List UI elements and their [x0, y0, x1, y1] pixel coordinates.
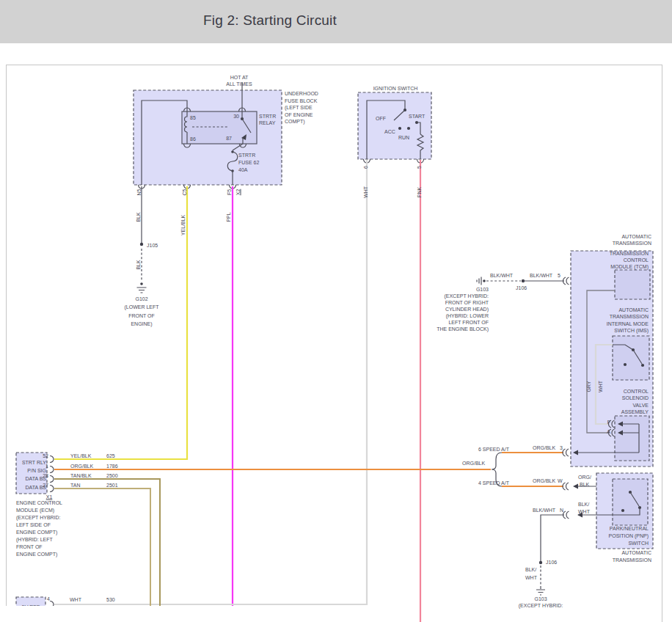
conn-n5: N5 [136, 189, 142, 196]
ecm-wire-name: TAN/BLK [70, 473, 92, 478]
blk-wht-lower-label: BLK/ [525, 567, 536, 572]
ecm-wire-name: TAN [70, 483, 80, 488]
ecm-circuit-number: 2501 [106, 483, 118, 488]
solenoid-pin-f: F [607, 420, 610, 425]
ecm-description: (EXCEPT HYBRID: [16, 515, 61, 520]
ecm-description: ENGINE COMPT) [16, 530, 57, 535]
inline-connector-icon [563, 449, 569, 490]
wht-wire [54, 160, 367, 604]
solenoid-pin-a: A [607, 429, 610, 434]
pnp-org-blk-label: BLK [580, 482, 589, 487]
g103-upper-ground-icon [477, 277, 486, 285]
ecm-pin: 1 [45, 464, 48, 469]
ecm-description: ENGINE COMPT) [16, 552, 57, 557]
starting-circuit-page: Fig 2: Starting Circuit [0, 0, 672, 622]
underhood-fuse-block [134, 82, 282, 189]
g102-ground-icon [137, 282, 147, 293]
ignition-run-label: RUN [398, 135, 409, 140]
ecm-pin: 27 [43, 483, 48, 488]
wiring-diagram-svg [0, 0, 672, 622]
relay-pin-86: 86 [190, 136, 196, 142]
gry-wire-label: GRY [586, 381, 591, 392]
four-speed-wire-label: ORG/BLK [533, 478, 555, 483]
g103-upper-label: G103 [476, 287, 489, 292]
fuse-block-label: OF ENGINE [285, 111, 313, 117]
pnp-blk-wht-label: BLK/ [578, 502, 589, 507]
relay-pin-87: 87 [226, 136, 232, 141]
tcm-header: TRANSMISSION [613, 241, 651, 246]
g103-upper-location: THE ENGINE BLOCK) [437, 326, 489, 332]
g102-location: FRONT OF [128, 313, 155, 318]
j106-label: J106 [516, 285, 527, 290]
pnp-title: POSITION (PNP) [609, 533, 649, 538]
hot-at-label: HOT AT [230, 75, 249, 80]
solenoid-label: SOLENOID [622, 395, 649, 400]
pnp-pin-n: N [560, 508, 563, 513]
ecm-description: (HYBRID: LEFT [16, 537, 53, 542]
ims-label: TRANSMISSION [610, 314, 649, 319]
ims-label: SWITCH (IMS) [614, 328, 649, 333]
g102-location: (LOWER LEFT [124, 304, 158, 310]
blk-wht-wire-label: BLK/WHT [490, 273, 513, 278]
ims-label: INTERNAL MODE [607, 321, 649, 326]
solenoid-label: ASSEMBLY [621, 409, 649, 414]
starter-relay-label: STRTR [259, 114, 276, 119]
g103-upper-location: LEFT FRONT OF [448, 320, 489, 325]
conn-x2: X2 [235, 189, 241, 196]
g103-lower-location: (EXCEPT HYBRID: [519, 603, 563, 608]
g103-upper-location: (EXCEPT HYBRID: [444, 293, 489, 299]
ecm-row-label: P/N SIG [27, 468, 46, 473]
ecm-pin: 52 [43, 453, 48, 458]
j106-splice-dot [539, 561, 542, 564]
pnp-footer: TRANSMISSION [613, 557, 651, 563]
blk-wht-wire-label: BLK/WHT [530, 273, 552, 278]
pnp-title: PARK/NEUTRAL [610, 526, 649, 531]
tcm-assembly [571, 251, 653, 466]
page-cut-mask [6, 606, 368, 622]
ref-box-circuit: 530 [106, 597, 115, 602]
tcm-title: MODULE (TCM) [610, 264, 649, 269]
g103-lower-label: G103 [534, 596, 547, 601]
fuse-block-label: FUSE BLOCK [285, 98, 317, 103]
j105-label: J105 [147, 243, 158, 248]
g103-lower-ground-icon [536, 586, 545, 595]
four-speed-label: 4 SPEED A/T [478, 480, 509, 486]
starter-fuse-label: FUSE 62 [238, 160, 259, 165]
ignition-off-label: OFF [376, 116, 386, 121]
ecm-circuit-number: 1786 [106, 464, 118, 469]
pnp-inner-box [613, 479, 648, 525]
ecm-wire-name: YEL/BLK [70, 453, 91, 458]
fuse-block-label: (LEFT SIDE [285, 105, 313, 110]
solenoid-label: VALVE [632, 403, 649, 408]
tan-blk-wire [54, 479, 160, 616]
ecm-pin: 28 [43, 473, 48, 478]
org-blk-branches [54, 449, 630, 491]
pnp-blk-wht-label: WHT [578, 509, 590, 514]
pnp-title: SWITCH [628, 541, 649, 546]
g103-upper-location: FRONT OF RIGHT [445, 300, 489, 305]
conn-f5: F5 [227, 189, 232, 195]
pnp-org-blk-label: ORG/ [578, 475, 591, 480]
ignition-conn-arc-icon [364, 159, 424, 163]
ignition-pin-5: 5 [417, 166, 422, 169]
solenoid-box [615, 416, 649, 461]
tcm-header: AUTOMATIC [621, 234, 651, 239]
ignition-pin-6: 6 [363, 166, 368, 169]
wht-internal-wire-label: WHT [598, 381, 603, 392]
ims-box [613, 336, 649, 380]
ignition-acc-label: ACC [384, 129, 395, 134]
conn-c5: C5 [182, 189, 187, 196]
g102-label: G102 [135, 296, 147, 301]
ecm-description: MODULE (ECM) [16, 508, 54, 513]
six-speed-wire-label: ORG/BLK [533, 445, 555, 450]
six-speed-label: 6 SPEED A/T [478, 447, 509, 452]
ecm-circuit-number: 2500 [106, 473, 118, 478]
ref-box-wire: WHT [70, 597, 81, 602]
four-speed-pin: W [558, 478, 563, 483]
ecm-wire-name: ORG/BLK [70, 464, 93, 469]
relay-pin-30: 30 [233, 114, 239, 119]
ecm-pin-arc-icon [50, 456, 54, 492]
ims-label: AUTOMATIC [618, 307, 649, 312]
ignition-switch [358, 92, 431, 163]
yel-blk-wire [54, 186, 187, 459]
